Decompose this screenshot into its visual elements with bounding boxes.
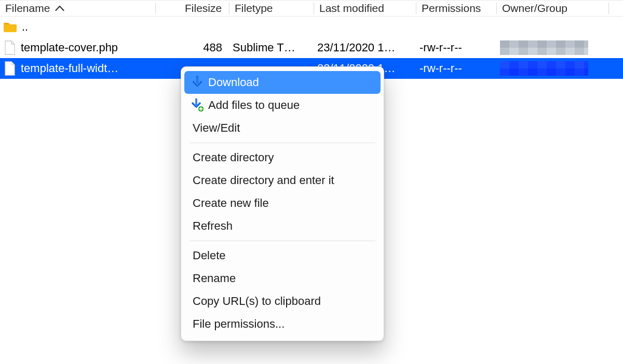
column-header-label: Last modified (319, 2, 384, 15)
file-icon (4, 61, 16, 76)
column-separator[interactable] (608, 3, 609, 14)
menu-item-create-directory-and-enter-it[interactable]: Create directory and enter it (184, 169, 381, 192)
cell-filetype: Sublime T… (233, 41, 295, 54)
context-menu: Download Add files to queue View/Edit Cr… (181, 66, 384, 341)
download-icon (191, 76, 204, 89)
cell-last-modified: 23/11/2020 1… (317, 41, 395, 54)
menu-item-label: Download (208, 76, 259, 89)
menu-item-label: Create directory and enter it (193, 174, 334, 187)
column-header-last-modified[interactable]: Last modified (314, 1, 416, 16)
menu-item-label: Create new file (193, 197, 269, 210)
cell-filename: template-cover.php (21, 41, 118, 54)
menu-item-add-files-to-queue[interactable]: Add files to queue (184, 94, 381, 117)
folder-icon (3, 21, 17, 33)
cell-owner-group-redacted (500, 61, 588, 76)
menu-item-label: Create directory (193, 151, 274, 164)
menu-item-label: View/Edit (193, 121, 240, 135)
table-header: Filename Filesize Filetype Last modified… (0, 0, 623, 17)
menu-item-view-edit[interactable]: View/Edit (184, 117, 381, 139)
menu-item-delete[interactable]: Delete (184, 244, 381, 267)
cell-filename: .. (22, 20, 28, 34)
cell-filename: template-full-widt… (21, 62, 118, 75)
sort-asc-icon (55, 5, 64, 11)
menu-item-file-permissions[interactable]: File permissions... (184, 313, 381, 335)
menu-item-label: File permissions... (193, 317, 285, 331)
menu-item-rename[interactable]: Rename (184, 267, 381, 290)
column-header-filetype[interactable]: Filetype (229, 1, 314, 16)
menu-item-refresh[interactable]: Refresh (184, 215, 381, 237)
table-row[interactable]: .. (0, 17, 623, 37)
menu-item-copy-urls-to-clipboard[interactable]: Copy URL(s) to clipboard (184, 290, 381, 313)
menu-item-label: Refresh (193, 219, 233, 233)
column-header-label: Permissions (422, 2, 481, 15)
menu-item-label: Add files to queue (208, 99, 300, 112)
column-header-filesize[interactable]: Filesize (156, 1, 229, 16)
column-header-filename[interactable]: Filename (0, 1, 156, 16)
menu-item-label: Copy URL(s) to clipboard (193, 295, 321, 308)
menu-item-create-directory[interactable]: Create directory (184, 146, 381, 169)
download-plus-icon (191, 99, 204, 112)
menu-item-create-new-file[interactable]: Create new file (184, 192, 381, 215)
menu-item-label: Delete (193, 249, 226, 262)
column-header-label: Filesize (185, 2, 222, 15)
column-header-owner-group[interactable]: Owner/Group (497, 1, 609, 16)
cell-owner-group-redacted (500, 40, 588, 55)
column-header-label: Filename (5, 2, 50, 15)
column-header-label: Filetype (235, 2, 273, 15)
cell-permissions: -rw-r--r-- (419, 62, 462, 75)
menu-separator (189, 143, 375, 143)
menu-item-label: Rename (193, 272, 236, 285)
column-header-permissions[interactable]: Permissions (416, 1, 497, 16)
table-row[interactable]: template-cover.php 488 Sublime T… 23/11/… (0, 37, 623, 58)
file-icon (4, 40, 16, 55)
menu-item-download[interactable]: Download (184, 71, 381, 94)
column-header-label: Owner/Group (502, 2, 567, 15)
menu-separator (189, 241, 375, 241)
cell-filesize: 488 (203, 41, 222, 54)
cell-permissions: -rw-r--r-- (419, 41, 462, 54)
